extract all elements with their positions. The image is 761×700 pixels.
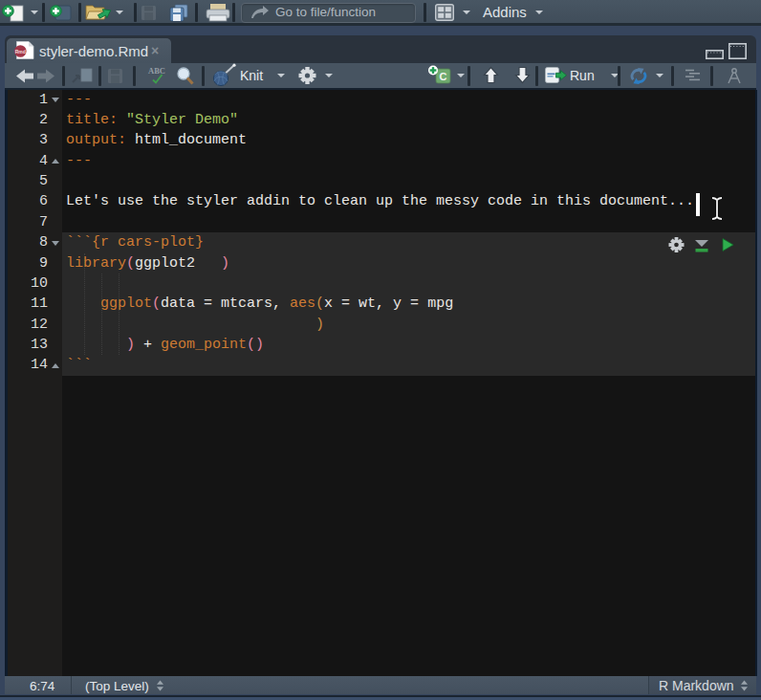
svg-text:Rmd: Rmd [15,49,26,55]
svg-text:Knit: Knit [240,68,263,83]
svg-text:ABC: ABC [148,66,165,76]
svg-text:Run: Run [570,68,595,83]
svg-text:C: C [440,71,447,82]
